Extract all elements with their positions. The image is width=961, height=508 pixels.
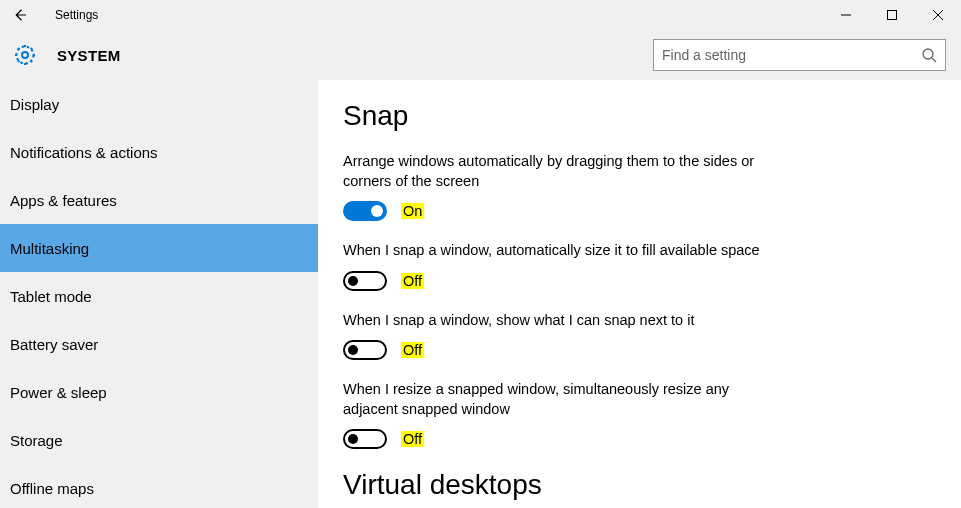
header-row: SYSTEM bbox=[0, 30, 961, 80]
snap-heading: Snap bbox=[343, 100, 936, 132]
section-title: SYSTEM bbox=[57, 47, 120, 64]
gear-icon bbox=[13, 43, 37, 67]
titlebar: Settings bbox=[0, 0, 961, 30]
search-icon bbox=[921, 47, 937, 63]
window-controls bbox=[823, 0, 961, 30]
setting-snap-suggest: When I snap a window, show what I can sn… bbox=[343, 311, 936, 361]
setting-arrange-windows: Arrange windows automatically by draggin… bbox=[343, 152, 936, 221]
sidebar-item-tablet[interactable]: Tablet mode bbox=[0, 272, 318, 320]
minimize-button[interactable] bbox=[823, 0, 869, 30]
sidebar-item-power[interactable]: Power & sleep bbox=[0, 368, 318, 416]
toggle-state-label: Off bbox=[401, 273, 424, 289]
maximize-button[interactable] bbox=[869, 0, 915, 30]
setting-resize-adjacent: When I resize a snapped window, simultan… bbox=[343, 380, 936, 449]
svg-rect-1 bbox=[888, 11, 897, 20]
sidebar-item-label: Battery saver bbox=[10, 336, 98, 353]
sidebar-item-label: Storage bbox=[10, 432, 63, 449]
toggle-snap-suggest[interactable] bbox=[343, 340, 387, 360]
svg-point-4 bbox=[22, 52, 28, 58]
toggle-state-label: Off bbox=[401, 342, 424, 358]
virtual-desktops-heading: Virtual desktops bbox=[343, 469, 936, 501]
toggle-state-label: Off bbox=[401, 431, 424, 447]
toggle-knob bbox=[371, 205, 383, 217]
toggle-arrange-windows[interactable] bbox=[343, 201, 387, 221]
sidebar-item-label: Multitasking bbox=[10, 240, 89, 257]
close-button[interactable] bbox=[915, 0, 961, 30]
content-panel: Snap Arrange windows automatically by dr… bbox=[318, 80, 961, 508]
sidebar-item-label: Notifications & actions bbox=[10, 144, 158, 161]
minimize-icon bbox=[841, 10, 851, 20]
setting-desc: Arrange windows automatically by draggin… bbox=[343, 152, 783, 191]
sidebar-item-label: Tablet mode bbox=[10, 288, 92, 305]
sidebar-item-battery[interactable]: Battery saver bbox=[0, 320, 318, 368]
sidebar-item-notifications[interactable]: Notifications & actions bbox=[0, 128, 318, 176]
sidebar-item-multitasking[interactable]: Multitasking bbox=[0, 224, 318, 272]
search-box[interactable] bbox=[653, 39, 946, 71]
sidebar-item-display[interactable]: Display bbox=[0, 80, 318, 128]
setting-desc: When I snap a window, show what I can sn… bbox=[343, 311, 783, 331]
setting-auto-size: When I snap a window, automatically size… bbox=[343, 241, 936, 291]
back-arrow-icon bbox=[11, 6, 29, 24]
sidebar-item-label: Display bbox=[10, 96, 59, 113]
sidebar: Display Notifications & actions Apps & f… bbox=[0, 80, 318, 508]
window-title: Settings bbox=[55, 8, 98, 22]
sidebar-item-label: Power & sleep bbox=[10, 384, 107, 401]
setting-desc: When I snap a window, automatically size… bbox=[343, 241, 783, 261]
setting-desc: When I resize a snapped window, simultan… bbox=[343, 380, 783, 419]
maximize-icon bbox=[887, 10, 897, 20]
sidebar-item-label: Offline maps bbox=[10, 480, 94, 497]
toggle-knob bbox=[348, 276, 358, 286]
sidebar-item-apps[interactable]: Apps & features bbox=[0, 176, 318, 224]
sidebar-item-offline-maps[interactable]: Offline maps bbox=[0, 464, 318, 508]
close-icon bbox=[933, 10, 943, 20]
toggle-knob bbox=[348, 345, 358, 355]
back-button[interactable] bbox=[0, 0, 40, 30]
toggle-resize-adjacent[interactable] bbox=[343, 429, 387, 449]
svg-point-6 bbox=[923, 49, 933, 59]
toggle-auto-size[interactable] bbox=[343, 271, 387, 291]
sidebar-item-label: Apps & features bbox=[10, 192, 117, 209]
search-input[interactable] bbox=[662, 47, 921, 63]
toggle-knob bbox=[348, 434, 358, 444]
svg-line-7 bbox=[932, 58, 936, 62]
sidebar-item-storage[interactable]: Storage bbox=[0, 416, 318, 464]
toggle-state-label: On bbox=[401, 203, 424, 219]
